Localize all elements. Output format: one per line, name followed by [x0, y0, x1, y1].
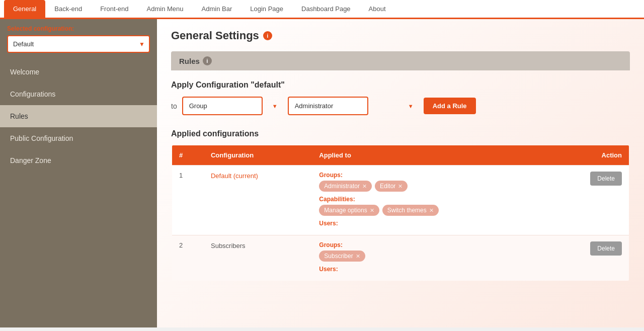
config-name: Subscribers: [211, 242, 246, 250]
config-select-wrap: Default ▼: [7, 35, 150, 53]
remove-tag-icon[interactable]: ✕: [362, 183, 367, 190]
col-action: Action: [548, 145, 629, 166]
admin-select-wrap: Administrator ▼: [288, 97, 419, 115]
remove-tag-icon[interactable]: ✕: [398, 183, 403, 190]
config-name-cell: Subscribers: [204, 235, 312, 282]
config-table: # Configuration Applied to Action 1Defau…: [171, 144, 630, 282]
action-cell: Delete: [548, 166, 629, 235]
table-header-row: # Configuration Applied to Action: [172, 145, 629, 166]
sidebar-item-configurations[interactable]: Configurations: [0, 83, 157, 105]
delete-button[interactable]: Delete: [590, 241, 622, 256]
config-section: Selected configuration: Default ▼: [0, 19, 157, 58]
to-label: to: [171, 102, 177, 110]
sidebar-item-rules[interactable]: Rules: [0, 105, 157, 127]
tab-backend[interactable]: Back-end: [45, 0, 91, 19]
delete-button[interactable]: Delete: [590, 172, 622, 186]
group-tag: Administrator ✕: [319, 181, 372, 192]
config-name-cell: Default (current): [204, 166, 312, 235]
layout: Selected configuration: Default ▼ Welcom…: [0, 19, 644, 327]
capability-tag: Switch themes ✕: [382, 205, 439, 216]
group-chevron-icon: ▼: [272, 103, 278, 109]
tab-general[interactable]: General: [4, 0, 45, 19]
page-title: General Settings i: [171, 29, 630, 42]
groups-tags: Administrator ✕Editor ✕: [319, 181, 541, 192]
sidebar-item-welcome[interactable]: Welcome: [0, 61, 157, 83]
tab-adminmenu[interactable]: Admin Menu: [138, 0, 193, 19]
sidebar-nav: WelcomeConfigurationsRulesPublic Configu…: [0, 61, 157, 172]
users-label: Users:: [319, 220, 541, 227]
group-tag: Editor ✕: [375, 181, 408, 192]
remove-tag-icon[interactable]: ✕: [356, 253, 360, 260]
row-number: 2: [172, 235, 204, 282]
action-cell: Delete: [548, 235, 629, 282]
col-applied-to: Applied to: [312, 145, 548, 166]
applied-configs-title: Applied configurations: [171, 129, 630, 138]
users-label: Users:: [319, 266, 541, 273]
remove-tag-icon[interactable]: ✕: [370, 207, 374, 214]
applied-to-cell: Groups:Administrator ✕Editor ✕Capabiliti…: [312, 166, 548, 235]
tab-adminbar[interactable]: Admin Bar: [193, 0, 242, 19]
capability-tag: Manage options ✕: [319, 205, 379, 216]
tab-about[interactable]: About: [360, 0, 395, 19]
col-configuration: Configuration: [204, 145, 312, 166]
config-label: Selected configuration:: [7, 25, 150, 32]
group-tag: Subscriber ✕: [319, 251, 365, 262]
tab-frontend[interactable]: Front-end: [91, 0, 137, 19]
groups-label: Groups:: [319, 172, 541, 179]
main-content: General Settings i Rules i Apply Configu…: [157, 19, 644, 327]
tab-loginpage[interactable]: Login Page: [241, 0, 292, 19]
group-select[interactable]: Group: [182, 97, 263, 115]
admin-select[interactable]: Administrator: [288, 97, 368, 115]
row-number: 1: [172, 166, 204, 235]
capabilities-tags: Manage options ✕Switch themes ✕: [319, 205, 541, 216]
config-name: Default (current): [211, 172, 258, 180]
sidebar-item-publicconfig[interactable]: Public Configuration: [0, 127, 157, 149]
capabilities-label: Capabilities:: [319, 196, 541, 203]
sidebar-item-dangerzone[interactable]: Danger Zone: [0, 149, 157, 172]
groups-tags: Subscriber ✕: [319, 251, 541, 262]
table-row: 1Default (current)Groups:Administrator ✕…: [172, 166, 629, 235]
rules-info-icon: i: [203, 56, 212, 65]
group-select-wrap: Group ▼: [182, 97, 283, 115]
sidebar: Selected configuration: Default ▼ Welcom…: [0, 19, 157, 327]
add-rule-button[interactable]: Add a Rule: [424, 98, 476, 114]
remove-tag-icon[interactable]: ✕: [429, 207, 434, 214]
top-nav: GeneralBack-endFront-endAdmin MenuAdmin …: [0, 0, 644, 19]
apply-config-title: Apply Configuration "default": [171, 80, 630, 90]
col-hash: #: [172, 145, 204, 166]
table-row: 2SubscribersGroups:Subscriber ✕Users:Del…: [172, 235, 629, 282]
page-title-info-icon: i: [263, 31, 272, 40]
admin-chevron-icon: ▼: [408, 103, 414, 109]
groups-label: Groups:: [319, 241, 541, 249]
applied-to-cell: Groups:Subscriber ✕Users:: [312, 235, 548, 282]
rules-section-header: Rules i: [171, 51, 630, 70]
config-select[interactable]: Default: [7, 35, 150, 53]
tab-dashboardpage[interactable]: Dashboard Page: [292, 0, 360, 19]
apply-config-row: to Group ▼ Administrator ▼ Add a Rule: [171, 97, 630, 115]
